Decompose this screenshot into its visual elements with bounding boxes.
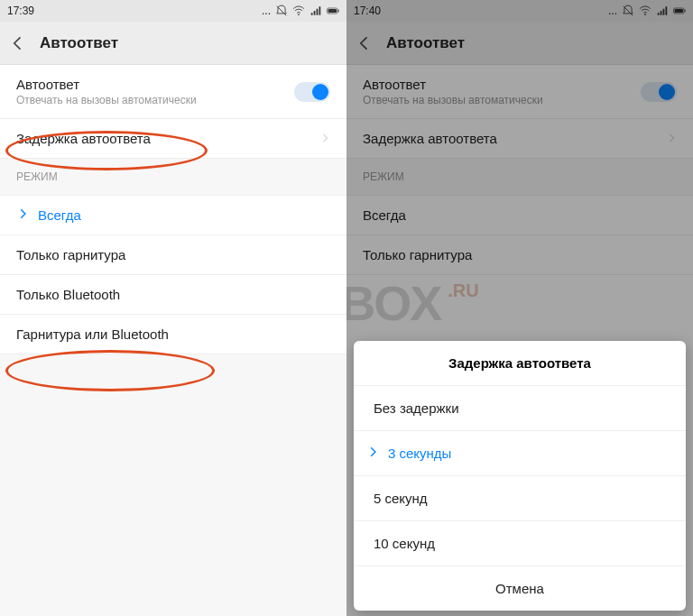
status-icons: ... xyxy=(262,5,339,17)
wifi-icon xyxy=(292,5,305,17)
check-icon xyxy=(366,446,379,461)
title-bar: Автоответ xyxy=(0,22,346,65)
page-title: Автоответ xyxy=(40,34,118,52)
mode-bluetooth[interactable]: Только Bluetooth xyxy=(0,275,346,315)
mode-bluetooth-label: Только Bluetooth xyxy=(16,287,120,302)
svg-point-3 xyxy=(298,14,300,15)
dnd-icon xyxy=(275,5,288,17)
mode-headset-label: Только гарнитура xyxy=(16,247,125,262)
delay-label: Задержка автоответа xyxy=(16,131,319,146)
check-icon xyxy=(16,207,29,223)
autoanswer-sub: Отвечать на вызовы автоматически xyxy=(16,94,294,106)
delay-option-3s[interactable]: 3 секунды xyxy=(354,431,686,476)
mode-header: РЕЖИМ xyxy=(0,159,346,196)
signal-icon xyxy=(310,5,322,17)
delay-row[interactable]: Задержка автоответа xyxy=(0,119,346,159)
autoanswer-row[interactable]: Автоответ Отвечать на вызовы автоматичес… xyxy=(0,65,346,119)
mode-always[interactable]: Всегда xyxy=(0,196,346,235)
dialog-title: Задержка автоответа xyxy=(354,341,686,386)
screen-left: 17:39 ... Автоответ Автоответ Отвечать н… xyxy=(0,0,346,616)
battery-icon xyxy=(327,5,339,17)
mode-either-label: Гарнитура или Bluetooth xyxy=(16,326,169,342)
delay-option-10s[interactable]: 10 секунд xyxy=(354,521,686,566)
delay-option-none[interactable]: Без задержки xyxy=(354,386,686,431)
screen-right: 17:40 ... Автоответ Автоответ Отвечать н… xyxy=(346,0,693,616)
svg-rect-6 xyxy=(328,9,337,13)
delay-dialog: Задержка автоответа Без задержки 3 секун… xyxy=(354,341,686,611)
dialog-cancel-button[interactable]: Отмена xyxy=(354,566,686,611)
chevron-right-icon xyxy=(319,131,330,146)
mode-headset[interactable]: Только гарнитура xyxy=(0,235,346,275)
mode-either[interactable]: Гарнитура или Bluetooth xyxy=(0,315,346,354)
dots-icon: ... xyxy=(262,5,271,17)
delay-option-5s[interactable]: 5 секунд xyxy=(354,476,686,521)
blank-area xyxy=(0,354,346,616)
svg-rect-5 xyxy=(338,10,339,13)
status-bar: 17:39 ... xyxy=(0,0,346,22)
mode-always-label: Всегда xyxy=(38,207,81,223)
back-button[interactable] xyxy=(9,34,27,52)
settings-list: Автоответ Отвечать на вызовы автоматичес… xyxy=(0,65,346,354)
autoanswer-toggle[interactable] xyxy=(294,82,330,102)
status-time: 17:39 xyxy=(7,5,34,17)
autoanswer-label: Автоответ xyxy=(16,77,294,92)
